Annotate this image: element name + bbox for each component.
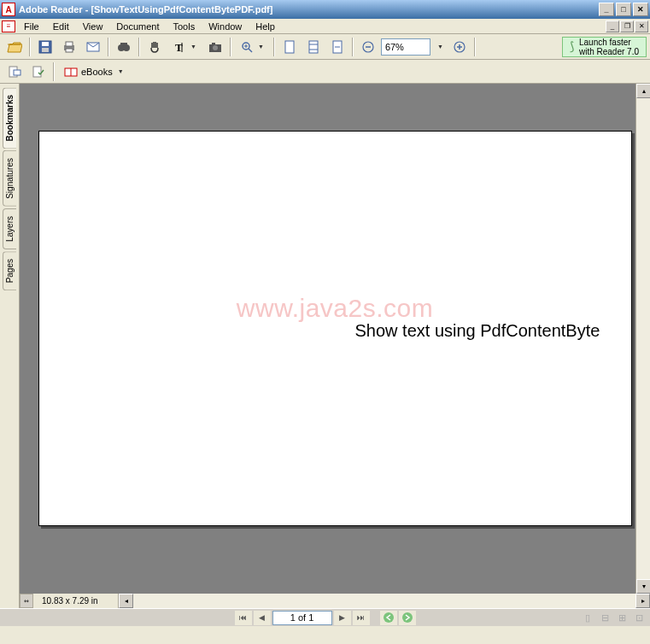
- binoculars-icon: [117, 41, 131, 53]
- hand-tool-button[interactable]: [143, 37, 166, 57]
- svg-rect-1: [42, 42, 49, 46]
- banner-line1: Launch faster: [579, 38, 639, 47]
- menu-view[interactable]: View: [76, 20, 110, 33]
- last-page-button[interactable]: ⏭: [353, 611, 370, 625]
- svg-rect-9: [120, 43, 127, 45]
- hscroll-track[interactable]: [133, 594, 635, 608]
- svg-point-35: [384, 612, 394, 623]
- pane-toggle-button[interactable]: ⇔: [20, 594, 33, 608]
- menu-bar: ≡ File Edit View Document Tools Window H…: [0, 19, 650, 34]
- page-width-icon: [331, 40, 343, 54]
- print-button[interactable]: [58, 37, 80, 57]
- continuous-view-button[interactable]: ⊟: [597, 611, 612, 624]
- page-actual-icon: [284, 40, 296, 54]
- menu-help[interactable]: Help: [249, 20, 282, 33]
- ebooks-button[interactable]: eBooks ▼: [58, 63, 130, 80]
- prev-view-button[interactable]: [380, 611, 397, 625]
- mdi-restore-button[interactable]: ❐: [620, 20, 634, 32]
- review-tracker-button[interactable]: [27, 61, 50, 82]
- svg-point-13: [213, 45, 218, 50]
- prev-page-button[interactable]: ◀: [254, 611, 271, 625]
- text-cursor-icon: T: [173, 41, 185, 53]
- menu-document[interactable]: Document: [109, 20, 166, 33]
- scroll-left-button[interactable]: ◂: [119, 594, 133, 608]
- save-button[interactable]: [34, 37, 56, 57]
- envelope-icon: [86, 41, 100, 53]
- svg-rect-32: [33, 67, 41, 77]
- mdi-close-button[interactable]: ✕: [635, 20, 648, 32]
- main-toolbar: T ▼ ▼ ▼ ⟆ Launch faster with Reader 7.0: [0, 34, 650, 60]
- vscroll-track[interactable]: [636, 98, 650, 579]
- open-button[interactable]: [3, 37, 26, 57]
- page-number-input[interactable]: [272, 611, 332, 625]
- document-viewport: www.java2s.com Show text using PdfConten…: [20, 84, 650, 608]
- fit-page-button[interactable]: [302, 37, 325, 57]
- single-page-view-button[interactable]: ▯: [580, 611, 595, 624]
- window-title: Adobe Reader - [ShowTextUsingPdfContentB…: [19, 4, 599, 15]
- watermark-text: www.java2s.com: [237, 294, 433, 323]
- horizontal-scrollbar[interactable]: ◂ ▸: [119, 594, 650, 608]
- next-view-button[interactable]: [399, 611, 416, 625]
- toolbar-separator: [230, 38, 231, 56]
- adobe-reader-icon: A: [2, 3, 15, 16]
- scroll-down-button[interactable]: ▾: [636, 579, 650, 594]
- launch-faster-banner[interactable]: ⟆ Launch faster with Reader 7.0: [562, 37, 647, 57]
- tab-layers[interactable]: Layers: [3, 208, 16, 249]
- zoom-in-button[interactable]: ▼: [235, 37, 270, 57]
- tab-pages[interactable]: Pages: [3, 251, 16, 290]
- continuous-facing-view-button[interactable]: ⊡: [631, 611, 647, 624]
- zoom-in-circle-button[interactable]: [448, 37, 471, 57]
- minimize-button[interactable]: _: [599, 3, 614, 16]
- status-bar: ⏮ ◀ ▶ ⏭ ▯ ⊟ ⊞ ⊡: [0, 608, 650, 626]
- email-button[interactable]: [82, 37, 104, 57]
- close-button[interactable]: ✕: [633, 3, 648, 16]
- fit-width-button[interactable]: [326, 37, 348, 57]
- next-page-button[interactable]: ▶: [334, 611, 351, 625]
- svg-rect-2: [42, 48, 49, 52]
- scroll-right-button[interactable]: ▸: [635, 594, 650, 608]
- maximize-button[interactable]: □: [616, 3, 631, 16]
- menu-tools[interactable]: Tools: [167, 20, 202, 33]
- arrow-left-circle-icon: [383, 612, 395, 624]
- svg-rect-5: [66, 49, 73, 52]
- tab-signatures[interactable]: Signatures: [3, 150, 16, 207]
- ebooks-label: eBooks: [81, 67, 113, 77]
- search-button[interactable]: [113, 37, 135, 57]
- first-page-button[interactable]: ⏮: [235, 611, 252, 625]
- toolbar-separator: [29, 38, 31, 56]
- hand-icon: [148, 40, 161, 54]
- menu-file[interactable]: File: [17, 20, 46, 33]
- printer-icon: [62, 40, 76, 54]
- zoom-out-button[interactable]: [357, 37, 379, 57]
- menu-edit[interactable]: Edit: [46, 20, 76, 33]
- svg-rect-31: [14, 70, 20, 75]
- text-select-tool-button[interactable]: T ▼: [167, 37, 202, 57]
- zoom-input[interactable]: [381, 38, 430, 56]
- actual-size-button[interactable]: [278, 37, 301, 57]
- secondary-toolbar: eBooks ▼: [0, 60, 650, 84]
- vertical-scrollbar[interactable]: ▴ ▾: [635, 84, 650, 594]
- speed-icon: ⟆: [570, 40, 574, 53]
- toolbar-separator: [352, 38, 354, 56]
- scroll-up-button[interactable]: ▴: [636, 84, 650, 98]
- facing-view-button[interactable]: ⊞: [614, 611, 630, 624]
- review-comments-button[interactable]: [3, 61, 26, 82]
- tab-bookmarks[interactable]: Bookmarks: [3, 87, 16, 149]
- navigation-pane: Bookmarks Signatures Layers Pages: [0, 84, 20, 608]
- snapshot-tool-button[interactable]: [204, 37, 226, 57]
- menu-window[interactable]: Window: [202, 20, 249, 33]
- document-name: [ShowTextUsingPdfContentBytePDF.pdf]: [91, 4, 272, 15]
- document-scroll-area[interactable]: www.java2s.com Show text using PdfConten…: [20, 84, 650, 608]
- chevron-down-icon[interactable]: ▼: [434, 44, 447, 50]
- magnifier-plus-icon: [241, 41, 253, 53]
- arrow-right-circle-icon: [401, 612, 413, 624]
- minus-circle-icon: [362, 41, 374, 53]
- mdi-minimize-button[interactable]: _: [606, 20, 619, 32]
- document-icon[interactable]: ≡: [2, 20, 15, 32]
- svg-rect-4: [66, 42, 73, 46]
- svg-rect-20: [309, 41, 318, 53]
- titlebar: A Adobe Reader - [ShowTextUsingPdfConten…: [0, 0, 650, 19]
- page-fit-icon: [307, 40, 319, 54]
- app-name: Adobe Reader: [19, 4, 83, 15]
- chevron-down-icon: ▼: [118, 68, 124, 74]
